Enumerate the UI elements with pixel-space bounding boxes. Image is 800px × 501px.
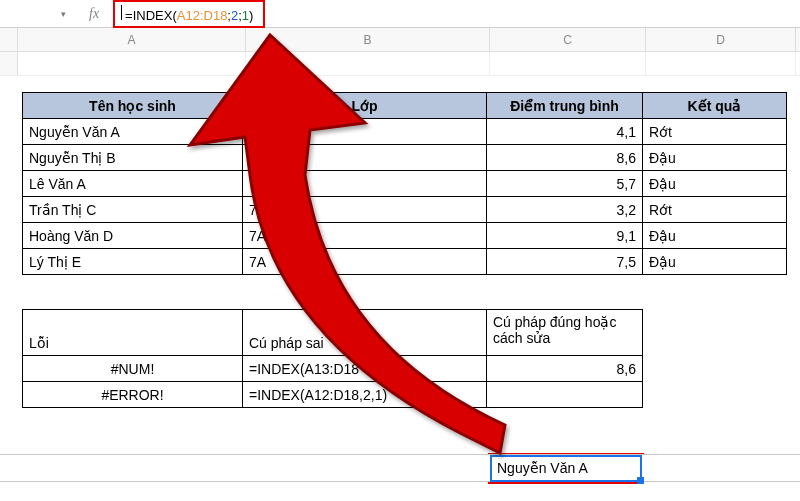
header-error: Lỗi <box>23 310 243 356</box>
cell-fix[interactable]: 8,6 <box>487 356 643 382</box>
cell-error[interactable]: #NUM! <box>23 356 243 382</box>
cell-result[interactable]: Rớt <box>643 197 787 223</box>
students-table[interactable]: Tên học sinh Lớp Điểm trung bình Kết quả… <box>22 92 787 275</box>
fx-label: fx <box>89 6 99 22</box>
cell-class[interactable]: 7A <box>243 223 487 249</box>
cell-avg[interactable]: 8,6 <box>487 145 643 171</box>
cell-avg[interactable]: 3,2 <box>487 197 643 223</box>
formula-arg2: 2 <box>231 8 238 23</box>
cell-avg[interactable]: 7,5 <box>487 249 643 275</box>
header-correct: Cú pháp đúng hoặc cách sửa <box>487 310 643 356</box>
formula-arg3: 1 <box>242 8 249 23</box>
column-header-a[interactable]: A <box>18 28 246 51</box>
cell-wrong[interactable]: =INDEX(A12:D18,2,1) <box>243 382 487 408</box>
name-box-dropdown-icon[interactable]: ▾ <box>55 5 71 23</box>
header-class: Lớp <box>243 93 487 119</box>
cell-result[interactable]: Đậu <box>643 171 787 197</box>
cell-avg[interactable]: 5,7 <box>487 171 643 197</box>
table-row[interactable]: Lý Thị E7A7,5Đậu <box>23 249 787 275</box>
cell-result[interactable]: Đậu <box>643 145 787 171</box>
cell-class[interactable]: 7A <box>243 197 487 223</box>
cell-name[interactable]: Lê Văn A <box>23 171 243 197</box>
table-row[interactable]: Hoàng Văn D7A9,1Đậu <box>23 223 787 249</box>
cell-error[interactable]: #ERROR! <box>23 382 243 408</box>
formula-suffix: ) <box>249 8 253 23</box>
cell-class[interactable]: 7B <box>243 171 487 197</box>
cell-fix[interactable] <box>487 382 643 408</box>
text-cursor <box>121 5 122 20</box>
table-row[interactable]: Nguyễn Văn A4,1Rớt <box>23 119 787 145</box>
table-row[interactable]: #ERROR! =INDEX(A12:D18,2,1) <box>23 382 643 408</box>
sheet-grid: A B C D Tên học sinh Lớp Điểm trung bình… <box>0 28 800 76</box>
cell-result[interactable]: Rớt <box>643 119 787 145</box>
column-header-c[interactable]: C <box>490 28 646 51</box>
cell-name[interactable]: Nguyễn Thị B <box>23 145 243 171</box>
corner-spacer <box>0 28 18 51</box>
cell-name[interactable]: Lý Thị E <box>23 249 243 275</box>
cell-class[interactable] <box>243 119 487 145</box>
column-header-d[interactable]: D <box>646 28 796 51</box>
cell-class[interactable]: 7 <box>243 145 487 171</box>
cell-wrong[interactable]: =INDEX(A13:D18 <box>243 356 487 382</box>
header-avg: Điểm trung bình <box>487 93 643 119</box>
selected-cell[interactable]: Nguyễn Văn A <box>490 455 642 482</box>
table-row[interactable]: Nguyễn Thị B78,6Đậu <box>23 145 787 171</box>
cell-avg[interactable]: 9,1 <box>487 223 643 249</box>
cell-result[interactable]: Đậu <box>643 223 787 249</box>
header-wrong: Cú pháp sai <box>243 310 487 356</box>
header-result: Kết quả <box>643 93 787 119</box>
cell-avg[interactable]: 4,1 <box>487 119 643 145</box>
formula-bar: ▾ fx =INDEX( A12:D18 ; 2 ; 1 ) <box>0 0 800 28</box>
active-row-highlight <box>0 454 800 482</box>
table-header-row: Tên học sinh Lớp Điểm trung bình Kết quả <box>23 93 787 119</box>
data-area: Tên học sinh Lớp Điểm trung bình Kết quả… <box>22 92 787 408</box>
table-row: Lỗi Cú pháp sai Cú pháp đúng hoặc cách s… <box>23 310 643 356</box>
formula-input[interactable]: =INDEX( A12:D18 ; 2 ; 1 ) <box>113 0 265 28</box>
formula-prefix: =INDEX( <box>125 8 177 23</box>
table-row[interactable]: #NUM! =INDEX(A13:D18 8,6 <box>23 356 643 382</box>
column-header-b[interactable]: B <box>246 28 490 51</box>
header-name: Tên học sinh <box>23 93 243 119</box>
table-row[interactable]: Lê Văn A7B5,7Đậu <box>23 171 787 197</box>
cell-result[interactable]: Đậu <box>643 249 787 275</box>
fill-handle[interactable] <box>637 477 644 484</box>
formula-range: A12:D18 <box>177 8 228 23</box>
cell-name[interactable]: Hoàng Văn D <box>23 223 243 249</box>
selected-cell-value: Nguyễn Văn A <box>497 460 588 476</box>
error-table[interactable]: Lỗi Cú pháp sai Cú pháp đúng hoặc cách s… <box>22 309 643 408</box>
cell-name[interactable]: Nguyễn Văn A <box>23 119 243 145</box>
cell-name[interactable]: Trần Thị C <box>23 197 243 223</box>
table-row[interactable]: Trần Thị C7A3,2Rớt <box>23 197 787 223</box>
column-header-row: A B C D <box>0 28 800 52</box>
cell-class[interactable]: 7A <box>243 249 487 275</box>
